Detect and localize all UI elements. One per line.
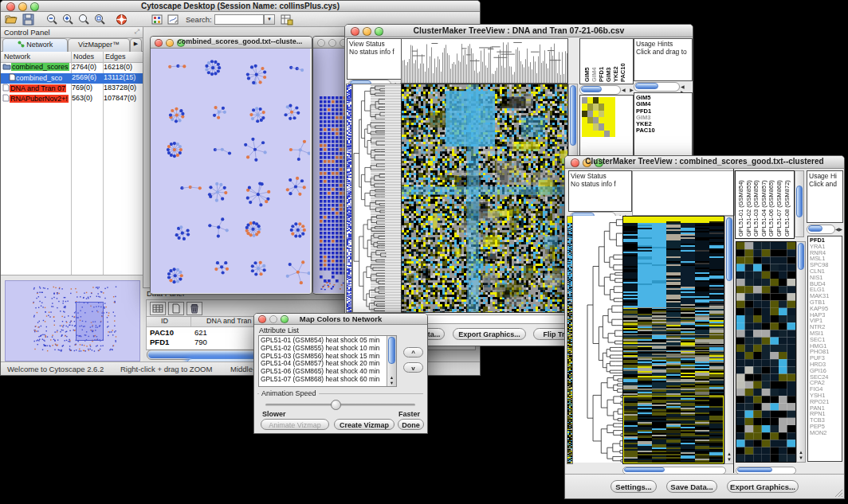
tv1-global-strip[interactable]	[346, 84, 352, 313]
tv2-column-dendrogram[interactable]	[632, 170, 735, 216]
matrix-cell[interactable]	[593, 117, 599, 123]
zoom-in-icon[interactable]	[61, 14, 75, 25]
matrix-cell[interactable]	[587, 117, 593, 123]
matrix-cell[interactable]	[582, 111, 587, 117]
tv2-collabels-scrollbar[interactable]	[795, 170, 804, 237]
attribute-listbox[interactable]: GPL51-01 (GSM854) heat shock 05 minGPL51…	[258, 335, 397, 387]
tv2-row-dendrogram[interactable]	[573, 216, 622, 463]
tv2-gene-list[interactable]: PFD1YRA1RNR4MSL1SPC98CLN1NIS1BUD4ELG1MAK…	[807, 236, 842, 462]
tab-network[interactable]: Network	[2, 38, 68, 53]
matrix-cell[interactable]	[599, 123, 604, 130]
matrix-cell[interactable]	[610, 111, 615, 117]
tv2-col-label[interactable]: GPL51-07 (GSM868)	[775, 173, 783, 236]
zoom-fit-icon[interactable]	[77, 14, 91, 25]
search-input[interactable]	[214, 14, 264, 25]
tab-vizmapper[interactable]: VizMapper™	[68, 38, 130, 53]
tv2-zoom-vscrollbar[interactable]: ▲▼	[796, 241, 806, 463]
matrix-cell[interactable]	[582, 97, 587, 104]
matrix-cell[interactable]	[593, 123, 599, 130]
tv2-col-label[interactable]: GPL51-06 (GSM865)	[768, 173, 775, 236]
zoom-selected-icon[interactable]	[93, 14, 107, 25]
delete-attribute-icon[interactable]	[186, 302, 202, 315]
matrix-cell[interactable]	[599, 104, 604, 110]
matrix-cell[interactable]	[587, 104, 593, 110]
tv2-export-graphics-button[interactable]: Export Graphics...	[727, 480, 799, 493]
tab-overflow-arrow[interactable]: ▶	[130, 38, 142, 53]
col-header-edges[interactable]: Edges	[105, 53, 126, 61]
search-dropdown-button[interactable]: ▼	[264, 14, 275, 25]
matrix-cell[interactable]	[587, 111, 593, 117]
tv2-save-data-button[interactable]: Save Data...	[666, 480, 717, 493]
attribute-list-item[interactable]: GPL51-07 (GSM868) heat shock 60 min	[261, 376, 395, 384]
matrix-cell[interactable]	[593, 104, 599, 110]
tv1-collabels-scrollbar[interactable]	[579, 85, 621, 95]
tv1-col-label[interactable]: PFD1	[598, 42, 605, 82]
treeview2-titlebar[interactable]: ClusterMaker TreeView : combined_scores_…	[565, 156, 844, 169]
zoom-out-icon[interactable]	[45, 14, 59, 25]
resize-grip[interactable]	[834, 488, 843, 498]
birdseye-view[interactable]	[5, 280, 140, 361]
matrix-cell[interactable]	[582, 123, 587, 130]
network-row-rnapuber[interactable]: RNAPuberNov2+! 563(0) 107847(0)	[1, 94, 143, 104]
tv1-row-dendrogram[interactable]	[352, 84, 403, 313]
data-col-id[interactable]: ID	[161, 317, 168, 325]
matrix-cell[interactable]	[593, 131, 599, 137]
save-icon[interactable]	[22, 14, 35, 25]
matrix-cell[interactable]	[599, 111, 604, 117]
help-lifering-icon[interactable]	[115, 14, 128, 25]
dialog-titlebar[interactable]: Map Colors to Network	[254, 314, 427, 325]
matrix-cell[interactable]	[604, 131, 610, 137]
network-row-selected[interactable]: combined_sco 2569(6) 13112(15)	[1, 73, 143, 84]
float-panel-icon[interactable]: ⤢	[135, 28, 139, 36]
matrix-cell[interactable]	[599, 117, 604, 123]
tv2-col-label[interactable]: GPL51-01 (GSM854)	[737, 173, 744, 236]
gene-label[interactable]: MON2	[810, 430, 840, 436]
import-table-icon[interactable]	[280, 14, 293, 25]
move-down-button[interactable]: v	[403, 362, 423, 373]
new-attribute-icon[interactable]	[168, 302, 184, 315]
tv2-col-label[interactable]: GPL51-03 (GSM856)	[752, 173, 760, 236]
create-vizmap-button[interactable]: Create Vizmap	[334, 419, 395, 430]
matrix-cell[interactable]	[610, 131, 615, 137]
move-up-button[interactable]: ^	[403, 347, 423, 357]
table-grid-icon[interactable]	[150, 302, 166, 315]
tv1-col-label[interactable]: YKE2	[612, 42, 619, 82]
main-titlebar[interactable]: Cytoscape Desktop (Session Name: collins…	[1, 1, 480, 12]
matrix-cell[interactable]	[604, 117, 610, 123]
col-header-nodes[interactable]: Nodes	[73, 53, 94, 61]
network-row-combined-scores[interactable]: combined_scores 2764(0) 16218(0)	[1, 63, 143, 73]
matrix-cell[interactable]	[610, 123, 615, 130]
data-row-id[interactable]: PFD1	[150, 338, 169, 346]
tv1-export-graphics-button[interactable]: Export Graphics...	[453, 328, 526, 340]
node-attribute-icon[interactable]	[151, 14, 164, 25]
tv1-row-label[interactable]: PAC10	[636, 127, 690, 134]
done-button[interactable]: Done	[398, 419, 424, 430]
col-header-network[interactable]: Network	[4, 53, 30, 61]
matrix-cell[interactable]	[599, 131, 604, 137]
matrix-cell[interactable]	[599, 97, 604, 104]
minimize-button[interactable]	[328, 39, 336, 47]
open-folder-icon[interactable]	[5, 14, 18, 25]
matrix-cell[interactable]	[604, 97, 610, 104]
matrix-cell[interactable]	[593, 97, 599, 104]
matrix-cell[interactable]	[604, 123, 610, 130]
data-row-id[interactable]: PAC10	[150, 328, 174, 337]
tv1-col-label[interactable]: GIM5	[583, 42, 591, 82]
annotation-icon[interactable]	[167, 14, 180, 25]
matrix-cell[interactable]	[604, 111, 610, 117]
matrix-cell[interactable]	[587, 123, 593, 130]
tv1-usage-scrollbar[interactable]	[634, 82, 680, 92]
tv1-col-label[interactable]: GIM3	[605, 42, 612, 82]
tv2-heatmap[interactable]	[622, 216, 724, 464]
matrix-cell[interactable]	[604, 104, 610, 110]
tv2-col-label[interactable]: GPL51-04 (GSM857)	[760, 173, 768, 236]
attribute-list-scrollbar[interactable]: ▲▼	[387, 336, 396, 386]
network-row-dna-tran[interactable]: DNA and Tran 07 769(0) 183728(0)	[1, 84, 143, 94]
tv1-col-label[interactable]: PAC10	[619, 42, 626, 82]
matrix-cell[interactable]	[582, 131, 587, 137]
network-window-titlebar[interactable]: combined_scores_good.txt--cluste...	[151, 37, 312, 49]
matrix-cell[interactable]	[587, 97, 593, 104]
tv2-usage-scrollbar[interactable]	[807, 225, 835, 234]
treeview1-titlebar[interactable]: ClusterMaker TreeView : DNA and Tran 07-…	[345, 25, 693, 37]
tv1-column-dendrogram[interactable]	[401, 38, 568, 84]
